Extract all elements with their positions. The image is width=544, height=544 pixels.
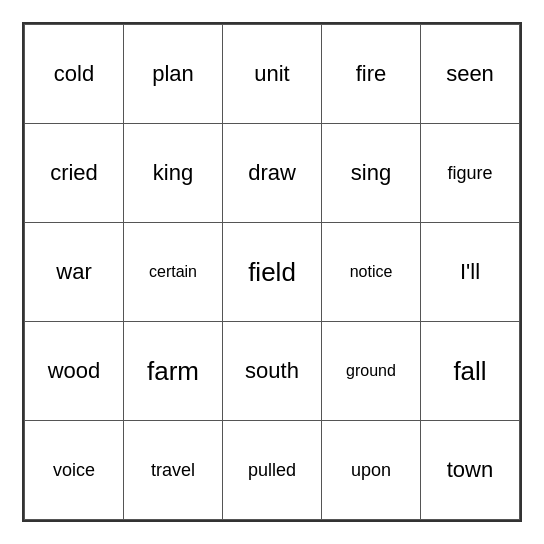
grid-cell: draw (223, 124, 322, 223)
grid-cell: plan (124, 25, 223, 124)
grid-cell: upon (322, 421, 421, 520)
grid-cell: cold (25, 25, 124, 124)
grid-cell: pulled (223, 421, 322, 520)
grid-cell: war (25, 223, 124, 322)
grid-cell: fall (421, 322, 520, 421)
grid-cell: fire (322, 25, 421, 124)
grid-cell: unit (223, 25, 322, 124)
grid-cell: wood (25, 322, 124, 421)
grid-cell: king (124, 124, 223, 223)
grid-cell: ground (322, 322, 421, 421)
bingo-grid: coldplanunitfireseencriedkingdrawsingfig… (24, 24, 520, 520)
grid-cell: voice (25, 421, 124, 520)
grid-cell: seen (421, 25, 520, 124)
grid-cell: travel (124, 421, 223, 520)
grid-cell: notice (322, 223, 421, 322)
grid-cell: sing (322, 124, 421, 223)
grid-cell: field (223, 223, 322, 322)
grid-cell: town (421, 421, 520, 520)
grid-cell: certain (124, 223, 223, 322)
grid-cell: cried (25, 124, 124, 223)
grid-cell: south (223, 322, 322, 421)
grid-cell: figure (421, 124, 520, 223)
grid-cell: farm (124, 322, 223, 421)
bingo-board: coldplanunitfireseencriedkingdrawsingfig… (22, 22, 522, 522)
grid-cell: I'll (421, 223, 520, 322)
